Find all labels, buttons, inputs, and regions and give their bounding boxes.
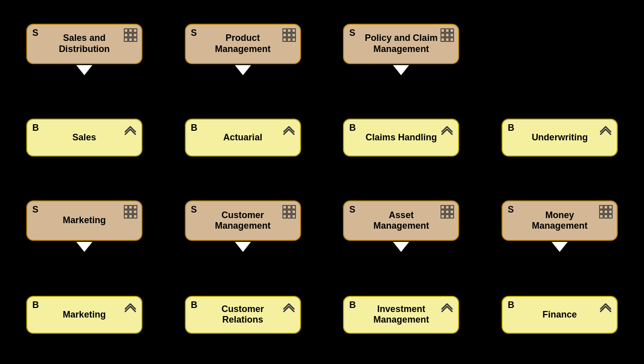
- box-icon-sales-dist: [123, 28, 137, 44]
- box-type-asset-mgmt: S: [349, 204, 355, 215]
- box-claims-handling[interactable]: B Claims Handling: [343, 119, 459, 157]
- svg-rect-5: [133, 33, 137, 37]
- svg-rect-36: [283, 205, 286, 209]
- cell-underwriting: B Underwriting: [480, 93, 639, 182]
- box-marketing-s[interactable]: S Marketing: [26, 200, 142, 241]
- box-label-actuarial: Actuarial: [223, 132, 262, 143]
- svg-rect-30: [124, 210, 128, 214]
- svg-rect-40: [287, 210, 291, 214]
- box-type-finance: B: [508, 300, 514, 310]
- svg-rect-28: [129, 205, 132, 209]
- box-label-policy-claim: Policy and Claim Management: [365, 33, 437, 55]
- box-asset-mgmt[interactable]: S Asset Management: [343, 200, 459, 241]
- box-sales-dist[interactable]: S Sales and Distribution: [26, 24, 142, 64]
- box-finance[interactable]: B Finance: [502, 296, 618, 334]
- svg-rect-55: [604, 205, 608, 209]
- arrow-money-mgmt: [552, 242, 568, 252]
- box-label-sales: Sales: [72, 132, 96, 143]
- box-underwriting[interactable]: B Underwriting: [502, 119, 618, 157]
- svg-rect-53: [450, 215, 454, 218]
- box-label-marketing-s: Marketing: [63, 215, 106, 226]
- cell-empty-r1c4: [480, 5, 639, 93]
- box-money-mgmt[interactable]: S Money Management: [502, 200, 618, 241]
- svg-rect-4: [129, 33, 132, 37]
- box-type-policy-claim: S: [349, 28, 355, 38]
- box-icon-asset-mgmt: [440, 204, 454, 221]
- svg-rect-52: [445, 215, 449, 218]
- box-investment-mgmt[interactable]: B Investment Management: [343, 296, 459, 334]
- box-type-claims-handling: B: [349, 123, 356, 133]
- svg-rect-13: [287, 33, 291, 37]
- svg-rect-41: [292, 210, 295, 214]
- box-label-customer-relations: Customer Relations: [222, 304, 264, 326]
- svg-rect-9: [283, 29, 286, 32]
- svg-rect-42: [283, 215, 286, 218]
- svg-rect-6: [124, 38, 128, 41]
- svg-rect-48: [441, 210, 444, 214]
- svg-rect-39: [283, 210, 286, 214]
- svg-rect-57: [600, 210, 603, 214]
- svg-rect-50: [450, 210, 454, 214]
- svg-rect-17: [292, 38, 295, 41]
- svg-rect-14: [292, 33, 295, 37]
- box-type-sales-dist: S: [32, 28, 38, 38]
- svg-rect-12: [283, 33, 286, 37]
- svg-rect-19: [445, 29, 449, 32]
- box-type-product-mgmt: S: [191, 28, 197, 38]
- cell-product-mgmt: S Product Management: [164, 5, 322, 93]
- box-type-actuarial: B: [191, 123, 197, 133]
- box-marketing-b[interactable]: B Marketing: [26, 296, 142, 334]
- box-customer-relations[interactable]: B Customer Relations: [185, 296, 301, 334]
- cell-customer-relations: B Customer Relations: [164, 271, 322, 359]
- box-label-finance: Finance: [542, 309, 577, 321]
- arrow-policy-claim: [393, 65, 409, 75]
- box-icon-money-mgmt: [599, 204, 613, 221]
- box-icon-product-mgmt: [282, 28, 296, 44]
- box-actuarial[interactable]: B Actuarial: [185, 119, 301, 157]
- svg-rect-43: [287, 215, 291, 218]
- cell-claims-handling: B Claims Handling: [322, 93, 481, 182]
- svg-rect-38: [292, 205, 295, 209]
- svg-rect-7: [129, 38, 132, 41]
- svg-rect-23: [450, 33, 454, 37]
- box-product-mgmt[interactable]: S Product Management: [185, 24, 301, 64]
- svg-rect-26: [450, 38, 454, 41]
- svg-rect-0: [124, 29, 128, 32]
- svg-rect-31: [129, 210, 132, 214]
- box-type-marketing-b: B: [32, 300, 39, 310]
- box-type-underwriting: B: [508, 123, 514, 133]
- box-customer-mgmt[interactable]: S Customer Management: [185, 200, 301, 241]
- svg-rect-15: [283, 38, 286, 41]
- cell-marketing-s: S Marketing: [5, 182, 164, 271]
- cell-customer-mgmt: S Customer Management: [164, 182, 322, 271]
- svg-rect-58: [604, 210, 608, 214]
- cell-actuarial: B Actuarial: [164, 93, 322, 182]
- svg-rect-54: [600, 205, 603, 209]
- box-icon-claims-handling: [440, 123, 454, 139]
- box-type-sales: B: [32, 123, 39, 133]
- box-policy-claim[interactable]: S Policy and Claim Management: [343, 24, 459, 64]
- box-label-product-mgmt: Product Management: [215, 33, 271, 55]
- arrow-sales-dist: [76, 65, 92, 75]
- svg-rect-34: [129, 215, 132, 218]
- svg-rect-37: [287, 205, 291, 209]
- svg-rect-2: [133, 29, 137, 32]
- svg-rect-24: [441, 38, 444, 41]
- box-label-asset-mgmt: Asset Management: [373, 210, 429, 232]
- svg-rect-8: [133, 38, 137, 41]
- box-label-customer-mgmt: Customer Management: [215, 210, 271, 232]
- box-icon-marketing-s: [123, 204, 137, 221]
- arrow-customer-mgmt: [235, 242, 251, 252]
- box-icon-customer-relations: [282, 300, 296, 316]
- cell-money-mgmt: S Money Management: [480, 182, 639, 271]
- svg-rect-44: [292, 215, 295, 218]
- box-icon-sales: [123, 123, 137, 139]
- box-icon-finance: [599, 300, 613, 316]
- svg-rect-60: [600, 215, 603, 218]
- box-sales[interactable]: B Sales: [26, 119, 142, 157]
- svg-rect-51: [441, 215, 444, 218]
- box-label-sales-dist: Sales and Distribution: [59, 33, 110, 55]
- svg-rect-35: [133, 215, 137, 218]
- cell-finance: B Finance: [480, 271, 639, 359]
- svg-rect-49: [445, 210, 449, 214]
